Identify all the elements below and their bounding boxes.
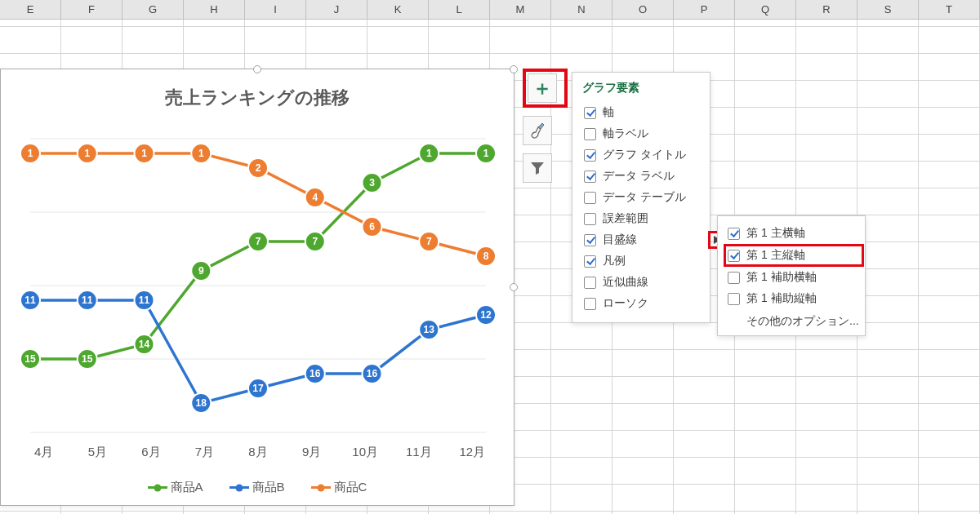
legend-item-a[interactable]: 商品A xyxy=(148,480,203,495)
axis-submenu[interactable]: 第 1 主横軸第 1 主縦軸第 1 補助横軸第 1 補助縦軸 その他のオプション… xyxy=(717,215,866,336)
menu-item-label: 近似曲線 xyxy=(603,275,648,290)
menu-item-label: 目盛線 xyxy=(603,233,637,247)
menu-item[interactable]: 軸 xyxy=(582,102,702,123)
x-tick-label: 12月 xyxy=(446,440,500,463)
menu-title: グラフ要素 xyxy=(582,81,702,95)
svg-text:7: 7 xyxy=(256,236,261,247)
menu-item[interactable]: グラフ タイトル xyxy=(582,144,702,166)
column-header[interactable]: O xyxy=(612,0,674,19)
svg-text:12: 12 xyxy=(480,309,492,321)
submenu-more-options[interactable]: その他のオプション... xyxy=(726,309,862,329)
svg-text:15: 15 xyxy=(24,353,36,365)
x-tick-label: 5月 xyxy=(71,440,125,463)
legend-item-c[interactable]: 商品C xyxy=(311,480,368,495)
svg-text:14: 14 xyxy=(139,339,150,350)
svg-text:1: 1 xyxy=(198,148,204,159)
menu-item-label: データ テーブル xyxy=(603,190,686,205)
menu-item[interactable]: データ ラベル xyxy=(582,166,702,187)
submenu-item[interactable]: 第 1 主縦軸 xyxy=(724,244,864,267)
funnel-icon xyxy=(530,161,545,175)
menu-item[interactable]: 近似曲線 xyxy=(582,272,702,293)
svg-text:1: 1 xyxy=(84,148,90,159)
column-header[interactable]: E xyxy=(0,0,61,19)
checkbox[interactable] xyxy=(728,250,740,262)
checkbox[interactable] xyxy=(728,293,740,305)
svg-text:6: 6 xyxy=(369,221,375,233)
column-header[interactable]: R xyxy=(796,0,858,19)
column-header[interactable]: T xyxy=(919,0,980,19)
checkbox[interactable] xyxy=(728,272,740,284)
menu-item[interactable]: 軸ラベル xyxy=(582,123,702,144)
svg-text:11: 11 xyxy=(82,295,93,306)
svg-text:9: 9 xyxy=(198,265,204,277)
column-header[interactable]: N xyxy=(551,0,612,19)
resize-handle-corner[interactable] xyxy=(510,65,518,73)
checkbox[interactable] xyxy=(584,128,596,140)
svg-text:1: 1 xyxy=(426,148,432,159)
x-tick-label: 11月 xyxy=(392,440,446,463)
menu-item[interactable]: 誤差範囲 xyxy=(582,208,702,229)
submenu-item[interactable]: 第 1 補助縦軸 xyxy=(726,288,862,309)
column-header[interactable]: H xyxy=(184,0,245,19)
checkbox[interactable] xyxy=(584,213,596,225)
chart-plot-area[interactable]: 151514977311111111181716161312111124678 xyxy=(17,131,499,432)
x-tick-label: 9月 xyxy=(285,440,339,463)
chart-object[interactable]: 売上ランキングの推移 15151497731111111118171616131… xyxy=(0,69,514,506)
column-header[interactable]: Q xyxy=(735,0,796,19)
column-header[interactable]: K xyxy=(368,0,429,19)
x-tick-label: 7月 xyxy=(178,440,232,463)
svg-text:7: 7 xyxy=(426,236,432,247)
legend-item-b[interactable]: 商品B xyxy=(229,480,285,495)
submenu-item-label: 第 1 主縦軸 xyxy=(746,248,805,263)
svg-text:11: 11 xyxy=(139,295,150,306)
menu-item[interactable]: 凡例 xyxy=(582,250,702,272)
chart-elements-menu[interactable]: グラフ要素 軸軸ラベルグラフ タイトルデータ ラベルデータ テーブル誤差範囲目盛… xyxy=(572,72,710,323)
chart-elements-button[interactable]: ＋ xyxy=(528,73,557,103)
submenu-item[interactable]: 第 1 補助横軸 xyxy=(726,267,862,288)
checkbox[interactable] xyxy=(584,107,596,119)
legend-swatch xyxy=(148,486,167,489)
checkbox[interactable] xyxy=(584,234,596,246)
x-tick-label: 8月 xyxy=(231,440,285,463)
chart-title[interactable]: 売上ランキングの推移 xyxy=(1,86,514,110)
legend-label: 商品C xyxy=(334,480,368,495)
svg-text:18: 18 xyxy=(196,397,207,409)
column-header[interactable]: L xyxy=(429,0,490,19)
column-header[interactable]: J xyxy=(306,0,368,19)
brush-icon xyxy=(529,122,546,139)
chart-legend[interactable]: 商品A 商品B 商品C xyxy=(1,480,514,495)
svg-text:16: 16 xyxy=(310,368,321,379)
checkbox[interactable] xyxy=(584,149,596,162)
chart-filter-button[interactable] xyxy=(523,153,552,183)
svg-text:7: 7 xyxy=(312,236,318,247)
resize-handle-top[interactable] xyxy=(253,65,261,73)
column-headers: EFGHIJKLMNOPQRST xyxy=(0,0,980,20)
column-header[interactable]: I xyxy=(245,0,306,19)
checkbox[interactable] xyxy=(584,255,596,268)
x-tick-label: 10月 xyxy=(338,440,392,463)
column-header[interactable]: P xyxy=(674,0,735,19)
svg-text:1: 1 xyxy=(141,148,147,159)
svg-text:13: 13 xyxy=(424,324,435,335)
svg-text:8: 8 xyxy=(483,250,489,262)
menu-item[interactable]: データ テーブル xyxy=(582,187,702,208)
column-header[interactable]: F xyxy=(61,0,122,19)
legend-swatch xyxy=(229,486,249,489)
menu-item[interactable]: ローソク xyxy=(582,293,702,314)
checkbox[interactable] xyxy=(584,277,596,289)
checkbox[interactable] xyxy=(584,192,596,204)
resize-handle-right[interactable] xyxy=(510,283,518,291)
menu-item-label: 軸 xyxy=(603,105,614,120)
legend-swatch xyxy=(311,486,331,489)
chart-styles-button[interactable] xyxy=(523,116,552,145)
checkbox[interactable] xyxy=(584,171,596,183)
chart-x-axis: 4月5月6月7月8月9月10月11月12月 xyxy=(17,440,499,463)
column-header[interactable]: G xyxy=(122,0,184,19)
checkbox[interactable] xyxy=(728,228,740,240)
menu-item[interactable]: 目盛線 xyxy=(582,229,702,250)
svg-text:11: 11 xyxy=(24,295,36,306)
column-header[interactable]: S xyxy=(858,0,919,19)
checkbox[interactable] xyxy=(584,298,596,310)
column-header[interactable]: M xyxy=(490,0,551,19)
submenu-item[interactable]: 第 1 主横軸 xyxy=(726,223,862,244)
